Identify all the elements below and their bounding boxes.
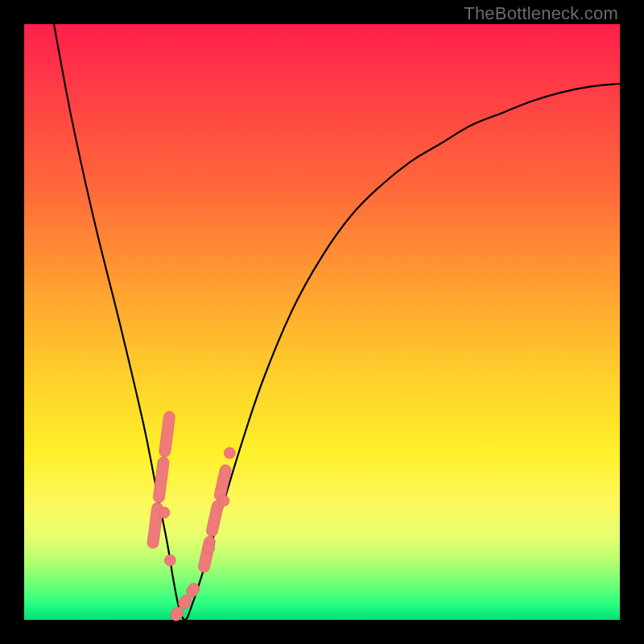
dot-right-a [203, 543, 214, 554]
curve-svg [24, 24, 620, 620]
bottleneck-curve [54, 24, 620, 620]
dot-right-c [224, 448, 235, 459]
left-cluster-seg-2 [159, 411, 175, 458]
watermark-text: TheBottleneck.com [464, 3, 618, 24]
chart-frame: TheBottleneck.com [0, 0, 644, 644]
marker-layer [147, 411, 235, 623]
dot-left-b [164, 555, 175, 566]
dot-right-b [218, 495, 229, 506]
right-cluster-seg-0 [197, 535, 217, 573]
dot-left-a [159, 507, 170, 518]
plot-area [24, 24, 620, 620]
